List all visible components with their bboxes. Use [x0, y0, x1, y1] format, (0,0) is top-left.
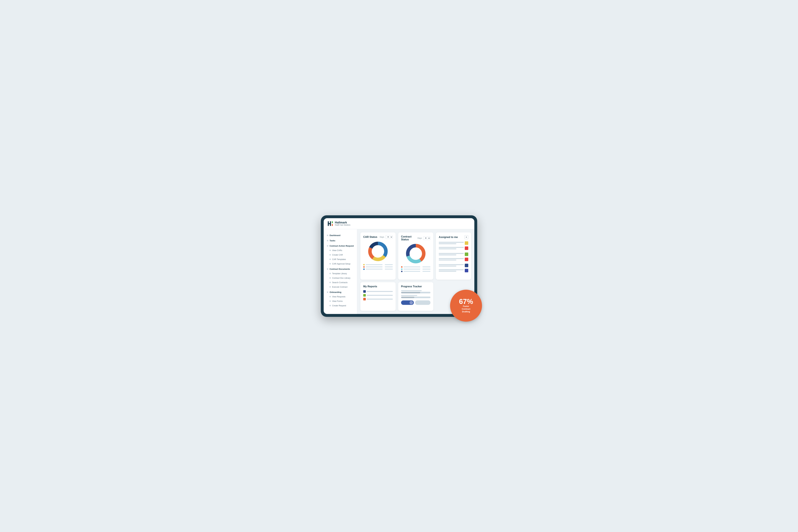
cs-legend-item-3	[401, 271, 431, 272]
cs-legend-dot-navy	[401, 271, 402, 272]
sidebar-item-execute-contract[interactable]: Execute Contract	[324, 285, 357, 289]
sidebar-label-view-requests: View Requests	[332, 296, 345, 298]
car-status-days-dropdown[interactable]: ▼	[385, 235, 393, 239]
my-reports-header: My Reports	[363, 285, 393, 288]
sidebar-label-create-car: Create CAR	[332, 254, 343, 256]
sidebar-label-contract-doc-library: Contract Doc Library	[332, 277, 350, 279]
sidebar-item-create-request[interactable]: Create Request	[324, 303, 357, 308]
contract-status-chart	[401, 243, 431, 264]
toggle-track[interactable]	[401, 300, 414, 305]
dot-view-requests	[329, 296, 331, 297]
legend-line-short-1	[385, 264, 393, 265]
assigned-line-6b	[439, 271, 456, 272]
legend-line-2	[366, 266, 383, 267]
sidebar-item-create-car[interactable]: Create CAR	[324, 253, 357, 257]
progress-row-2	[401, 295, 431, 298]
assigned-lines-3	[439, 253, 464, 255]
dot-contract-docs	[327, 268, 328, 270]
contract-status-header: Contract Status Days ▼	[401, 235, 431, 241]
toggle-row[interactable]	[401, 300, 431, 305]
sidebar-label-search-contracts: Search Contracts	[332, 281, 348, 284]
sidebar-item-search-contracts[interactable]: Search Contracts	[324, 280, 357, 285]
assigned-lines-5	[439, 264, 464, 267]
legend-line-3	[366, 269, 383, 270]
assigned-row-2	[439, 246, 468, 250]
badge-line2: Contract	[462, 308, 470, 310]
progress-bar-fill-1	[401, 292, 420, 293]
sidebar-item-onboarding[interactable]: Onboarding	[324, 290, 357, 294]
assigned-plus-button[interactable]: +	[464, 235, 468, 239]
cs-legend-line-1	[403, 266, 420, 267]
cs-legend-dot-teal	[401, 268, 402, 270]
cs-legend-dot-orange	[401, 266, 402, 268]
badge-circle: 67% Faster Contract Drafting	[450, 290, 482, 322]
sidebar-item-tasks[interactable]: Tasks	[324, 238, 357, 243]
report-square-2	[363, 294, 366, 297]
sidebar-label-contract-docs: Contract Documents	[329, 268, 350, 270]
sidebar-item-car-approval[interactable]: CAR Approval Setup	[324, 262, 357, 266]
car-status-card: CAR Status Days ▼	[360, 232, 396, 280]
cs-legend-item-1	[401, 266, 431, 268]
dot-car-approval	[329, 263, 331, 265]
progress-bar-bg-1	[401, 292, 431, 293]
dot-dashboard	[327, 235, 328, 236]
badge-percent: 67%	[459, 298, 473, 305]
report-line-3	[367, 299, 393, 300]
sidebar-item-view-forms[interactable]: View Forms	[324, 299, 357, 303]
assigned-title: Assigned to me	[439, 236, 463, 239]
car-status-title: CAR Status	[363, 235, 378, 239]
progress-header: Progress Tracker	[401, 285, 431, 288]
sidebar-item-contract-docs[interactable]: Contract Documents	[324, 267, 357, 271]
sidebar-label-create-request: Create Request	[332, 305, 346, 307]
assigned-line-2b	[439, 248, 456, 249]
assigned-line-6a	[439, 269, 464, 270]
contract-status-days-label: Days	[418, 237, 422, 239]
sidebar-item-template-library[interactable]: Template Library	[324, 271, 357, 276]
sidebar-label-onboarding: Onboarding	[329, 291, 341, 293]
sidebar-item-dashboard[interactable]: Dashboard	[324, 233, 357, 238]
assigned-row-1	[439, 241, 468, 245]
sidebar-label-car-approval: CAR Approval Setup	[332, 263, 350, 265]
sidebar-item-view-cars[interactable]: View CARs	[324, 248, 357, 253]
dot-create-request	[329, 305, 331, 306]
sidebar-label-execute-contract: Execute Contract	[332, 286, 347, 288]
assigned-row-6	[439, 269, 468, 272]
dot-onboarding	[327, 291, 328, 293]
progress-label-line-1	[401, 290, 422, 291]
legend-dot-yellow	[363, 264, 365, 265]
car-status-header: CAR Status Days ▼	[363, 235, 393, 239]
badge-line1: Faster	[463, 305, 469, 307]
sidebar-label-view-forms: View Forms	[332, 300, 343, 302]
device-frame: Hallmark Health Care Solutions Dashboard…	[321, 215, 477, 317]
sidebar-item-car-templates[interactable]: CAR Templates	[324, 257, 357, 262]
contract-status-card: Contract Status Days ▼	[398, 232, 434, 280]
legend-item-2	[363, 266, 393, 268]
dot-view-forms	[329, 300, 331, 302]
header: Hallmark Health Care Solutions	[324, 218, 474, 229]
cs-legend-line-2	[403, 269, 420, 270]
dot-view-cars	[329, 250, 331, 251]
dot-contract-doc-library	[329, 277, 331, 279]
svg-rect-2	[328, 223, 331, 224]
my-reports-title: My Reports	[363, 285, 393, 288]
contract-status-days-dropdown[interactable]: ▼	[423, 236, 431, 240]
sidebar-item-view-requests[interactable]: View Requests	[324, 294, 357, 299]
sidebar-label-car-templates: CAR Templates	[332, 258, 346, 261]
sidebar-label-car: Contract Action Request	[329, 245, 354, 247]
sidebar-item-contract-doc-library[interactable]: Contract Doc Library	[324, 276, 357, 280]
sidebar-item-car[interactable]: Contract Action Request	[324, 244, 357, 248]
report-line-2	[367, 295, 393, 296]
logo-text-group: Hallmark Health Care Solutions	[335, 221, 350, 226]
logo-container: Hallmark Health Care Solutions	[327, 221, 350, 227]
assigned-line-1b	[439, 243, 456, 244]
logo-subtitle: Health Care Solutions	[335, 224, 350, 226]
progress-tracker-card: Progress Tracker	[398, 282, 434, 311]
legend-line-1	[366, 264, 383, 265]
assigned-lines-1	[439, 242, 464, 244]
assigned-lines-2	[439, 247, 464, 249]
dot-create-car	[329, 254, 331, 255]
assigned-line-4b	[439, 260, 456, 261]
dot-execute-contract	[329, 286, 331, 288]
assigned-tag-4	[465, 258, 468, 261]
report-line-1	[367, 291, 393, 292]
